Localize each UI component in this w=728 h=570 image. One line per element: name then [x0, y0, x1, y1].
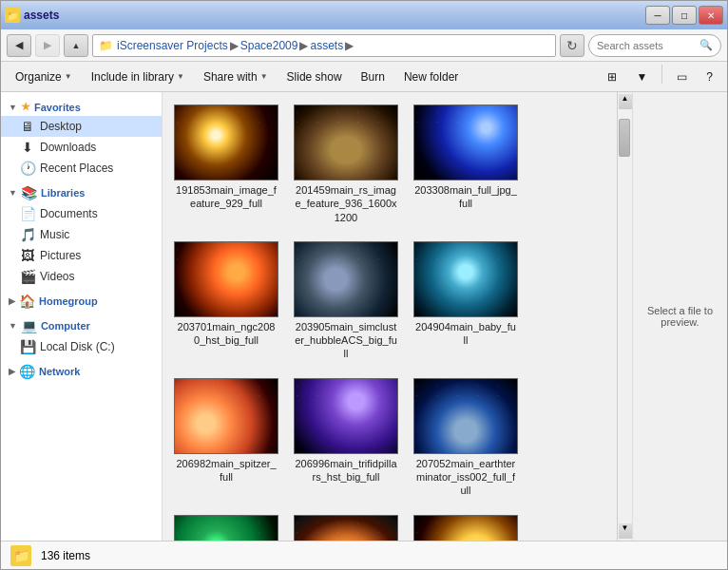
file-area: 191853main_image_feature_929_full 201459… [163, 92, 727, 541]
list-item[interactable]: 191853main_image_feature_929_full [170, 100, 282, 229]
computer-header[interactable]: ▼ 💻 Computer [1, 315, 162, 336]
slideshow-button[interactable]: Slide show [278, 65, 351, 89]
maximize-button[interactable]: □ [672, 6, 697, 25]
list-item[interactable]: 203308main_full_jpg_full [410, 100, 522, 229]
search-input[interactable] [597, 40, 696, 51]
homegroup-label: Homegroup [39, 295, 98, 307]
sidebar-item-local-disk[interactable]: 💾 Local Disk (C:) [1, 336, 162, 357]
back-button[interactable]: ◀ [7, 34, 31, 57]
network-header[interactable]: ▶ 🌐 Network [1, 361, 162, 382]
sidebar: ▼ ★ Favorites 🖥 Desktop ⬇ Downloads 🕐 Re… [1, 92, 163, 541]
sidebar-item-desktop[interactable]: 🖥 Desktop [1, 116, 162, 137]
music-label: Music [40, 228, 69, 241]
breadcrumb-space2009[interactable]: Space2009 [240, 39, 298, 52]
homegroup-header[interactable]: ▶ 🏠 Homegroup [1, 291, 162, 312]
file-thumbnail [413, 378, 518, 454]
list-item[interactable]: 206982main_spitzer_full [170, 373, 282, 503]
scroll-thumb[interactable] [619, 119, 630, 157]
burn-button[interactable]: Burn [353, 65, 393, 89]
breadcrumb-iscreensaver[interactable]: iScreensaver Projects [117, 39, 228, 52]
videos-icon: 🎬 [20, 269, 35, 284]
file-name: 191853main_image_feature_929_full [175, 183, 278, 211]
desktop-icon: 🖥 [20, 119, 35, 134]
list-item[interactable]: 204904main_baby_full [410, 237, 522, 366]
address-path[interactable]: 📁 iScreensaver Projects ▶ Space2009 ▶ as… [92, 34, 556, 57]
file-thumbnail [174, 104, 278, 180]
search-box[interactable]: 🔍 [588, 34, 721, 57]
desktop-label: Desktop [40, 120, 82, 133]
file-name: 203308main_full_jpg_full [414, 183, 517, 211]
share-button[interactable]: Share with ▼ [195, 65, 277, 89]
downloads-label: Downloads [40, 141, 96, 154]
file-name: 206982main_spitzer_full [175, 457, 278, 484]
organize-arrow: ▼ [65, 72, 72, 81]
status-bar: 📁 136 items [1, 541, 727, 569]
title-bar: 📁 assets ─ □ ✕ [1, 1, 727, 29]
list-item[interactable]: 207651main_quadrantids_vaubaillon_big_fu… [170, 510, 282, 541]
scroll-up[interactable]: ▲ [619, 94, 632, 109]
sidebar-item-documents[interactable]: 📄 Documents [1, 203, 162, 224]
forward-button[interactable]: ▶ [35, 34, 60, 57]
network-section: ▶ 🌐 Network [1, 361, 162, 382]
homegroup-arrow: ▶ [9, 296, 15, 306]
list-item[interactable]: 201459main_rs_image_feature_936_1600x120… [290, 100, 402, 229]
computer-label: Computer [41, 320, 90, 332]
network-label: Network [39, 366, 80, 377]
sidebar-item-recent-places[interactable]: 🕐 Recent Places [1, 158, 162, 179]
list-item[interactable]: 207902main_cena [410, 510, 522, 541]
sidebar-item-pictures[interactable]: 🖼 Pictures [1, 245, 162, 266]
pictures-icon: 🖼 [20, 248, 35, 263]
pictures-label: Pictures [40, 249, 81, 262]
include-library-label: Include in library [91, 70, 174, 84]
list-item[interactable]: 206996main_trifidpillars_hst_big_full [290, 373, 402, 503]
sidebar-item-downloads[interactable]: ⬇ Downloads [1, 137, 162, 158]
sidebar-item-music[interactable]: 🎵 Music [1, 224, 162, 245]
favorites-section: ▼ ★ Favorites 🖥 Desktop ⬇ Downloads 🕐 Re… [1, 98, 162, 179]
preview-toggle-button[interactable]: ▭ [668, 65, 696, 89]
libraries-header[interactable]: ▼ 📚 Libraries [1, 182, 162, 203]
libraries-section: ▼ 📚 Libraries 📄 Documents 🎵 Music 🖼 Pict… [1, 182, 162, 287]
network-arrow: ▶ [9, 367, 15, 376]
list-item[interactable]: 203701main_ngc2080_hst_big_full [170, 237, 282, 366]
file-thumbnail [174, 378, 278, 454]
favorites-header[interactable]: ▼ ★ Favorites [1, 98, 162, 116]
local-disk-label: Local Disk (C:) [40, 340, 115, 353]
main-content: ▼ ★ Favorites 🖥 Desktop ⬇ Downloads 🕐 Re… [1, 92, 727, 541]
close-button[interactable]: ✕ [699, 6, 723, 25]
file-thumbnail [413, 241, 518, 317]
view-mode-button[interactable]: ⊞ [599, 65, 625, 89]
file-name: 203905main_simcluster_hubbleACS_big_full [295, 320, 397, 361]
scrollbar[interactable]: ▲ ▼ [617, 92, 632, 541]
music-icon: 🎵 [20, 227, 35, 242]
toolbar: Organize ▼ Include in library ▼ Share wi… [1, 62, 727, 92]
new-folder-button[interactable]: New folder [395, 65, 467, 89]
file-thumbnail [413, 104, 518, 180]
window-title: assets [24, 9, 59, 22]
breadcrumb-assets[interactable]: assets [310, 39, 343, 52]
file-name: 201459main_rs_image_feature_936_1600x120… [295, 183, 397, 224]
preview-text: Select a file to preview. [641, 305, 719, 328]
libraries-arrow: ▼ [9, 188, 17, 198]
up-button[interactable]: ▲ [64, 34, 88, 57]
file-name: 203701main_ngc2080_hst_big_full [175, 320, 278, 348]
address-bar: ◀ ▶ ▲ 📁 iScreensaver Projects ▶ Space200… [1, 29, 727, 62]
include-library-button[interactable]: Include in library ▼ [83, 65, 193, 89]
explorer-window: 📁 assets ─ □ ✕ ◀ ▶ ▲ 📁 iScreensaver Proj… [0, 0, 728, 570]
preview-panel: Select a file to preview. [632, 92, 727, 541]
refresh-button[interactable]: ↻ [560, 34, 584, 57]
list-item[interactable]: 207052main_earthterminator_iss002_full_f… [410, 373, 522, 503]
help-button[interactable]: ? [698, 65, 721, 89]
list-item[interactable]: 207797main_jupiterio_newhorizons_big [290, 510, 402, 541]
scroll-down[interactable]: ▼ [619, 523, 632, 539]
file-thumbnail [413, 515, 518, 541]
organize-button[interactable]: Organize ▼ [7, 65, 81, 89]
slideshow-label: Slide show [287, 70, 342, 84]
documents-icon: 📄 [20, 206, 35, 221]
recent-places-icon: 🕐 [20, 161, 35, 176]
sidebar-item-videos[interactable]: 🎬 Videos [1, 266, 162, 287]
local-disk-icon: 💾 [20, 339, 35, 354]
view-dropdown-button[interactable]: ▼ [627, 65, 656, 89]
window-icon: 📁 [5, 8, 20, 23]
list-item[interactable]: 203905main_simcluster_hubbleACS_big_full [290, 237, 402, 366]
minimize-button[interactable]: ─ [645, 6, 670, 25]
